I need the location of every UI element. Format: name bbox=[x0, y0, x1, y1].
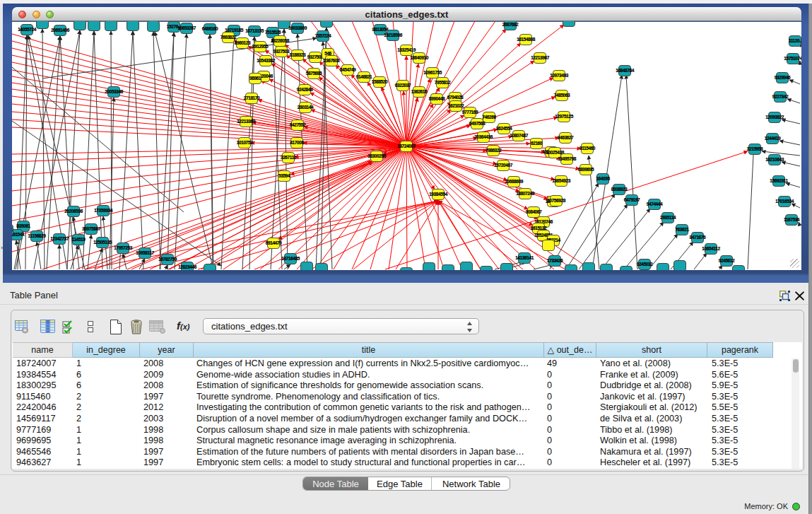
svg-text:11156829: 11156829 bbox=[28, 233, 46, 238]
svg-text:98961: 98961 bbox=[249, 76, 261, 81]
svg-text:13325419: 13325419 bbox=[397, 47, 416, 52]
svg-text:18300295: 18300295 bbox=[367, 153, 387, 158]
svg-text:9329946: 9329946 bbox=[775, 75, 791, 80]
svg-text:10958117: 10958117 bbox=[136, 250, 154, 255]
svg-text:3624554: 3624554 bbox=[496, 126, 512, 131]
svg-text:1167534: 1167534 bbox=[784, 217, 800, 222]
svg-text:20364436: 20364436 bbox=[474, 134, 493, 139]
svg-text:13495798: 13495798 bbox=[558, 156, 577, 161]
svg-text:14136141: 14136141 bbox=[515, 255, 534, 260]
svg-text:12093822: 12093822 bbox=[765, 115, 784, 119]
svg-text:9146821: 9146821 bbox=[356, 74, 372, 79]
svg-text:6479197: 6479197 bbox=[624, 197, 640, 202]
svg-text:20206536: 20206536 bbox=[64, 209, 83, 214]
svg-text:10961755: 10961755 bbox=[423, 70, 442, 75]
svg-text:835061: 835061 bbox=[16, 223, 30, 228]
svg-text:16782759: 16782759 bbox=[158, 257, 177, 262]
svg-text:2803144: 2803144 bbox=[298, 105, 314, 110]
svg-text:9327503: 9327503 bbox=[273, 49, 290, 54]
svg-text:15751074: 15751074 bbox=[784, 56, 801, 61]
svg-text:746266: 746266 bbox=[482, 115, 496, 119]
svg-text:12342737: 12342737 bbox=[50, 236, 69, 241]
svg-text:9084067: 9084067 bbox=[526, 209, 542, 214]
svg-text:2718170: 2718170 bbox=[244, 95, 260, 100]
svg-text:62160: 62160 bbox=[531, 141, 543, 146]
svg-text:17359934: 17359934 bbox=[94, 208, 113, 213]
svg-text:7485063: 7485063 bbox=[554, 93, 570, 98]
svg-text:8813054: 8813054 bbox=[372, 27, 389, 32]
svg-text:10756928: 10756928 bbox=[547, 198, 566, 203]
svg-text:13226058: 13226058 bbox=[271, 38, 290, 43]
svg-text:6466160: 6466160 bbox=[202, 26, 218, 31]
svg-text:13654923: 13654923 bbox=[552, 178, 571, 183]
svg-text:15720407: 15720407 bbox=[494, 163, 513, 168]
svg-text:20053346: 20053346 bbox=[105, 89, 124, 94]
svg-text:1588520: 1588520 bbox=[372, 79, 388, 84]
svg-text:6794028: 6794028 bbox=[447, 95, 464, 100]
svg-text:417006: 417006 bbox=[290, 140, 304, 145]
svg-text:5875685: 5875685 bbox=[306, 71, 322, 76]
svg-text:12975125: 12975125 bbox=[555, 114, 574, 119]
svg-text:9327508: 9327508 bbox=[307, 54, 324, 59]
svg-text:7663822: 7663822 bbox=[220, 35, 237, 40]
svg-text:1362615: 1362615 bbox=[411, 89, 428, 94]
svg-text:1733426: 1733426 bbox=[547, 258, 563, 263]
svg-text:6914479: 6914479 bbox=[266, 240, 282, 245]
svg-text:16848784: 16848784 bbox=[616, 68, 635, 73]
svg-text:10807487: 10807487 bbox=[510, 133, 529, 138]
svg-text:2935114: 2935114 bbox=[660, 215, 676, 220]
svg-text:15692911: 15692911 bbox=[770, 178, 788, 183]
svg-text:10688609: 10688609 bbox=[505, 179, 524, 184]
svg-text:30975867: 30975867 bbox=[82, 226, 101, 231]
svg-text:9245612: 9245612 bbox=[719, 258, 735, 263]
svg-text:1010753: 1010753 bbox=[237, 140, 253, 145]
svg-text:7515526: 7515526 bbox=[265, 30, 281, 35]
svg-text:8960123: 8960123 bbox=[235, 40, 251, 45]
svg-text:1615132: 1615132 bbox=[531, 226, 547, 230]
svg-text:763621: 763621 bbox=[675, 227, 689, 232]
svg-text:8454749: 8454749 bbox=[340, 67, 356, 72]
svg-text:546: 546 bbox=[324, 51, 331, 56]
svg-text:6497568: 6497568 bbox=[469, 121, 486, 126]
svg-text:10719185: 10719185 bbox=[225, 28, 244, 33]
svg-text:11120..: 11120.. bbox=[789, 38, 801, 43]
svg-text:7986322: 7986322 bbox=[486, 148, 502, 153]
svg-text:1244419: 1244419 bbox=[765, 136, 781, 141]
svg-text:9245032: 9245032 bbox=[637, 262, 653, 267]
svg-text:0899695: 0899695 bbox=[578, 167, 594, 172]
svg-text:12823446: 12823446 bbox=[178, 264, 197, 269]
svg-text:17016534: 17016534 bbox=[775, 199, 794, 204]
svg-text:9474444: 9474444 bbox=[647, 201, 663, 206]
svg-text:8427552: 8427552 bbox=[290, 122, 306, 127]
svg-text:9463627: 9463627 bbox=[558, 135, 574, 140]
svg-text:7357224: 7357224 bbox=[315, 33, 331, 38]
svg-text:6322037: 6322037 bbox=[395, 83, 411, 88]
svg-text:3215958: 3215958 bbox=[747, 146, 763, 151]
svg-text:12213967: 12213967 bbox=[531, 55, 550, 60]
svg-text:16713155: 16713155 bbox=[245, 28, 264, 33]
svg-text:9777169: 9777169 bbox=[462, 110, 478, 115]
svg-text:114519: 114519 bbox=[72, 237, 86, 242]
svg-text:16210643: 16210643 bbox=[765, 157, 784, 162]
svg-text:10973493: 10973493 bbox=[550, 73, 569, 78]
svg-text:13716485: 13716485 bbox=[281, 256, 300, 261]
svg-text:19384554: 19384554 bbox=[429, 192, 448, 197]
svg-text:2687682: 2687682 bbox=[502, 22, 519, 27]
svg-text:8186323: 8186323 bbox=[290, 52, 306, 57]
svg-text:3267110: 3267110 bbox=[281, 155, 297, 160]
svg-text:12213369: 12213369 bbox=[237, 119, 256, 124]
svg-text:18640910: 18640910 bbox=[410, 55, 429, 60]
svg-text:20691406: 20691406 bbox=[51, 28, 70, 33]
svg-text:1621022: 1621022 bbox=[448, 103, 464, 108]
svg-text:7955812: 7955812 bbox=[435, 80, 451, 85]
svg-text:17957253: 17957253 bbox=[114, 245, 133, 250]
svg-text:8938923: 8938923 bbox=[611, 187, 628, 192]
svg-text:14055724: 14055724 bbox=[18, 27, 37, 32]
svg-text:53594: 53594 bbox=[278, 173, 290, 178]
svg-text:2367608: 2367608 bbox=[324, 58, 340, 63]
svg-text:19218506: 19218506 bbox=[384, 33, 403, 37]
svg-text:9115460: 9115460 bbox=[579, 146, 596, 151]
svg-text:16154808: 16154808 bbox=[517, 37, 536, 42]
svg-text:9227342: 9227342 bbox=[772, 94, 789, 99]
svg-text:8471676: 8471676 bbox=[690, 235, 706, 240]
